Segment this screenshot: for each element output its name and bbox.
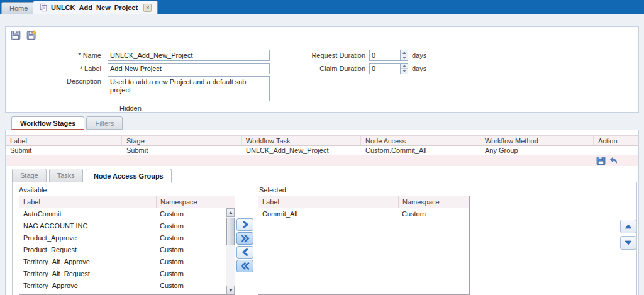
move-all-button[interactable] xyxy=(236,232,253,245)
cell xyxy=(594,146,638,155)
cell: Territory_Alt_Request xyxy=(19,268,156,280)
cell: Custom xyxy=(156,256,235,268)
request-duration-unit: days xyxy=(412,52,426,59)
move-button[interactable] xyxy=(236,218,253,231)
spin-down-icon[interactable] xyxy=(401,69,408,74)
cell: Product_Request xyxy=(19,244,156,256)
label-label: * Label xyxy=(6,65,106,72)
stage-detail-tabset: Stage Tasks Node Access Groups xyxy=(12,169,172,182)
column-header[interactable]: Stage xyxy=(122,136,242,145)
request-duration-label: Request Duration xyxy=(251,52,369,59)
column-header[interactable]: Node Access xyxy=(361,136,480,145)
remove-button[interactable] xyxy=(236,246,253,259)
available-list: Label Namespace AutoCommit Custom NAG AC… xyxy=(19,196,235,295)
document-icon xyxy=(39,3,48,12)
claim-duration-input[interactable] xyxy=(370,64,400,74)
stages-table-header: Label Stage Workflow Task Node Access Wo… xyxy=(6,135,638,146)
available-scrollbar[interactable] xyxy=(226,208,235,294)
table-row[interactable]: Submit Submit UNLCK_Add_New_Project Cust… xyxy=(6,146,638,155)
description-label: Description xyxy=(6,77,106,85)
hidden-checkbox[interactable] xyxy=(109,104,116,111)
list-item[interactable]: Territory_Alt_Request Custom xyxy=(19,268,235,280)
list-item[interactable]: Product_Approve Custom xyxy=(19,232,235,244)
cell: Custom xyxy=(156,208,235,220)
cell: Product_Approve xyxy=(19,232,156,244)
column-header[interactable]: Action xyxy=(594,136,638,145)
list-item[interactable]: NAG ACCOUNT INC Custom xyxy=(19,220,235,232)
scroll-down-icon[interactable] xyxy=(226,286,235,294)
tab-stage[interactable]: Stage xyxy=(12,169,47,182)
app-window: Home UNLCK_Add_New_Project × xyxy=(0,0,644,295)
tab-node-access-groups[interactable]: Node Access Groups xyxy=(86,169,172,183)
undo-icon[interactable] xyxy=(609,156,618,165)
list-item[interactable]: Commit_All Custom xyxy=(258,208,469,220)
list-item[interactable]: Territory_Approve Custom xyxy=(19,280,235,292)
cell: Custom xyxy=(156,232,235,244)
cell: Custom xyxy=(398,208,469,220)
request-duration-input[interactable] xyxy=(370,50,400,60)
cell: Custom xyxy=(156,268,235,280)
column-header[interactable]: Workflow Method xyxy=(480,136,594,145)
cell: AutoCommit xyxy=(19,208,156,220)
label-input[interactable] xyxy=(108,63,270,74)
reorder-down-button[interactable] xyxy=(620,236,636,250)
save-stage-icon[interactable] xyxy=(596,156,606,165)
toolbar-separator xyxy=(6,43,638,43)
form-toolbar xyxy=(11,30,36,40)
close-tab-icon[interactable]: × xyxy=(143,4,152,12)
name-input[interactable] xyxy=(108,50,270,61)
list-item[interactable]: AutoCommit Custom xyxy=(19,208,235,220)
cell: Submit xyxy=(122,146,242,155)
selected-list: Label Namespace Commit_All Custom xyxy=(258,196,470,295)
cell: UNLCK_Add_New_Project xyxy=(242,146,361,155)
column-header: Label xyxy=(19,196,156,208)
claim-duration-spinner xyxy=(400,64,408,74)
node-access-groups-panel: Available Label Namespace AutoCommit Cus… xyxy=(12,182,637,295)
column-header[interactable]: Workflow Task xyxy=(242,136,361,145)
spin-up-icon[interactable] xyxy=(401,50,408,55)
cell: Territory_Alt_Approve xyxy=(19,256,156,268)
save-icon[interactable] xyxy=(11,30,21,40)
selected-list-header: Label Namespace xyxy=(258,196,469,208)
remove-all-button[interactable] xyxy=(236,260,253,272)
scroll-up-icon[interactable] xyxy=(226,208,235,217)
claim-duration-label: Claim Duration xyxy=(251,65,369,72)
stage-detail-toolbar xyxy=(6,155,638,166)
column-header[interactable]: Label xyxy=(6,136,122,145)
workflow-tabset: Workflow Stages Filters xyxy=(11,116,123,130)
hidden-label: Hidden xyxy=(119,104,142,112)
claim-duration-unit: days xyxy=(412,65,426,72)
cell: Custom xyxy=(156,280,235,292)
selected-list-body: Commit_All Custom xyxy=(258,208,469,220)
tab-home[interactable]: Home xyxy=(1,2,36,14)
column-header: Namespace xyxy=(398,196,469,208)
claim-duration-spinbox xyxy=(369,63,408,74)
tab-workflow-stages[interactable]: Workflow Stages xyxy=(11,116,84,130)
shuttle-buttons xyxy=(236,218,253,272)
request-duration-spinbox xyxy=(369,50,408,61)
spin-down-icon[interactable] xyxy=(401,55,408,60)
tab-active-document[interactable]: UNLCK_Add_New_Project × xyxy=(33,1,158,14)
cell: Custom xyxy=(156,244,235,256)
spin-up-icon[interactable] xyxy=(401,64,408,69)
cell: NAG ACCOUNT INC xyxy=(19,220,156,232)
selected-title: Selected xyxy=(259,186,286,194)
document-tabbar: Home UNLCK_Add_New_Project × xyxy=(0,0,644,14)
list-item[interactable]: Product_Request Custom xyxy=(19,244,235,256)
request-duration-spinner xyxy=(400,50,408,60)
save-as-icon[interactable] xyxy=(26,30,36,40)
available-list-body: AutoCommit Custom NAG ACCOUNT INC Custom… xyxy=(19,208,235,292)
cell: Custom xyxy=(156,220,235,232)
column-header: Label xyxy=(258,196,398,208)
tab-active-label: UNLCK_Add_New_Project xyxy=(51,4,138,11)
workflow-form-panel: * Name * Label Description Used to add a… xyxy=(5,26,639,113)
available-list-header: Label Namespace xyxy=(19,196,235,208)
cell: Commit_All xyxy=(258,208,398,220)
tab-tasks[interactable]: Tasks xyxy=(49,169,83,182)
list-item[interactable]: Territory_Alt_Approve Custom xyxy=(19,256,235,268)
scrollbar-thumb[interactable] xyxy=(226,218,235,245)
reorder-up-button[interactable] xyxy=(620,220,636,233)
description-textarea[interactable]: Used to add a new Project and a default … xyxy=(108,76,270,101)
tab-home-label: Home xyxy=(9,4,28,12)
tab-filters[interactable]: Filters xyxy=(86,116,123,130)
